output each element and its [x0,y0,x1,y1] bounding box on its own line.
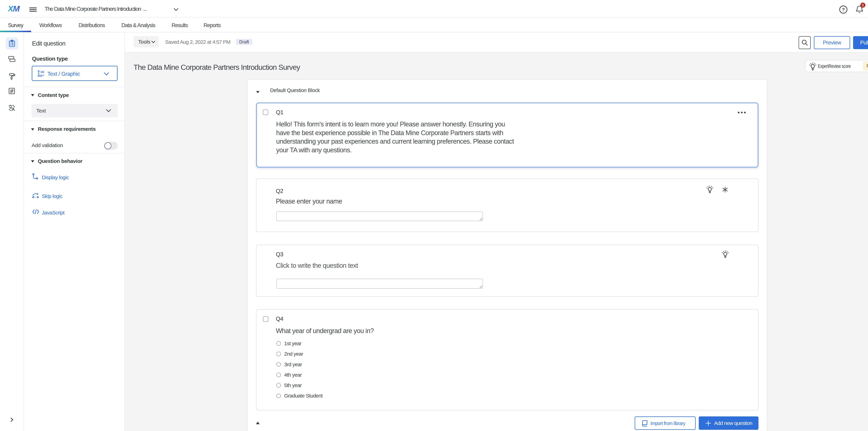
svg-text:?: ? [842,7,845,12]
svg-text:XM: XM [8,5,20,13]
